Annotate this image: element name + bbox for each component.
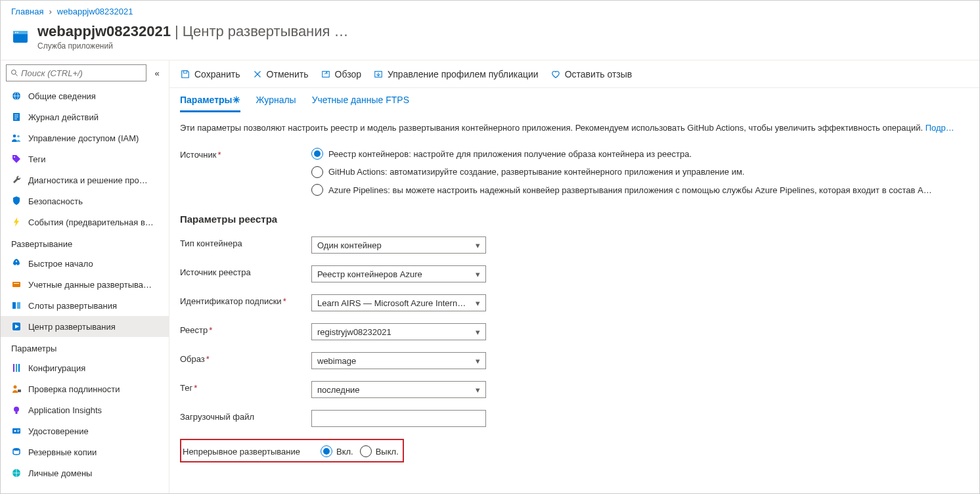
select-value: webimage — [317, 356, 356, 366]
sidebar-item-label: Журнал действий — [28, 112, 99, 122]
sidebar-item-configuration[interactable]: Конфигурация — [1, 357, 169, 378]
toolbar: Сохранить Отменить Обзор Управление проф… — [169, 60, 979, 88]
toolbar-label: Управление профилем публикации — [388, 69, 539, 79]
sidebar-item-label: События (предварительная в… — [28, 217, 154, 227]
cd-off-radio[interactable]: Выкл. — [360, 445, 399, 457]
svg-point-15 — [14, 156, 15, 158]
registry-select[interactable]: registryjw08232021 ▾ — [311, 323, 486, 340]
manage-publish-profile-button[interactable]: Управление профилем публикации — [373, 69, 539, 79]
deploy-center-icon — [11, 321, 22, 332]
breadcrumb-home[interactable]: Главная — [11, 7, 43, 16]
radio-checked-icon — [311, 148, 323, 160]
sidebar-item-label: Безопасность — [28, 196, 83, 206]
sidebar-item-label: Учетные данные развертыва… — [28, 280, 152, 290]
sidebar-item-deploy-slots[interactable]: Слоты развертывания — [1, 295, 169, 316]
more-ellipsis[interactable]: … — [334, 23, 349, 40]
tag-select[interactable]: последние ▾ — [311, 381, 486, 398]
source-option-container-registry[interactable]: Реестр контейнеров: настройте для прилож… — [311, 148, 935, 161]
people-icon — [11, 133, 22, 143]
svg-point-2 — [15, 32, 16, 34]
sidebar-item-security[interactable]: Безопасность — [1, 191, 169, 212]
svg-rect-29 — [16, 412, 18, 414]
sidebar-item-overview[interactable]: Общие сведения — [1, 85, 169, 106]
sidebar-item-quickstart[interactable]: Быстрое начало — [1, 253, 169, 274]
container-type-label: Тип контейнера — [180, 236, 311, 248]
image-select[interactable]: webimage ▾ — [311, 352, 486, 369]
source-option-azure-pipelines[interactable]: Azure Pipelines: вы можете настроить над… — [311, 184, 935, 197]
select-value: registryjw08232021 — [317, 327, 391, 337]
sidebar-section-deployment: Развертывание — [1, 233, 169, 253]
toolbar-label: Обзор — [335, 69, 361, 79]
sidebar-section-settings: Параметры — [1, 337, 169, 357]
discard-button[interactable]: Отменить — [252, 69, 309, 79]
svg-point-28 — [14, 407, 19, 412]
learn-more-link[interactable]: Подр… — [925, 123, 954, 133]
startup-file-label: Загрузочный файл — [180, 410, 311, 422]
breadcrumb-resource[interactable]: webappjw08232021 — [57, 7, 133, 16]
svg-point-4 — [12, 70, 16, 75]
continuous-deployment-label: Непрерывное развертывание — [183, 447, 314, 457]
sidebar-item-iam[interactable]: Управление доступом (IAM) — [1, 127, 169, 148]
startup-file-input[interactable] — [311, 410, 486, 427]
container-type-select[interactable]: Один контейнер ▾ — [311, 236, 486, 254]
sidebar-item-app-insights[interactable]: Application Insights — [1, 399, 169, 420]
source-option-github-actions[interactable]: GitHub Actions: автоматизируйте создание… — [311, 166, 935, 179]
sidebar: « Общие сведения Журнал действий Управле… — [1, 60, 169, 494]
sidebar-item-deploy-credentials[interactable]: Учетные данные развертыва… — [1, 274, 169, 295]
close-icon — [252, 69, 263, 79]
sidebar-item-tags[interactable]: Теги — [1, 148, 169, 169]
registry-label: Реестр* — [180, 323, 311, 335]
tag-label: Тег* — [180, 381, 311, 393]
sidebar-item-activity-log[interactable]: Журнал действий — [1, 106, 169, 127]
sidebar-item-authentication[interactable]: Проверка подлинности — [1, 378, 169, 399]
bolt-icon — [11, 217, 22, 227]
tab-label: Параметры — [180, 95, 233, 105]
shield-icon — [11, 196, 22, 206]
sidebar-item-label: Быстрое начало — [28, 259, 93, 269]
svg-point-14 — [17, 135, 20, 138]
subscription-select[interactable]: Learn AIRS — Microsoft Azure Intern… ▾ — [311, 294, 486, 311]
globe-icon — [11, 91, 22, 101]
sidebar-item-label: Управление доступом (IAM) — [28, 133, 139, 143]
wrench-icon — [11, 175, 22, 185]
key-icon — [11, 279, 22, 290]
app-service-icon — [11, 28, 30, 46]
chevron-down-icon: ▾ — [476, 240, 480, 250]
sidebar-item-deployment-center[interactable]: Центр развертывания — [1, 316, 169, 337]
select-value: Learn AIRS — Microsoft Azure Intern… — [317, 298, 466, 308]
registry-source-label: Источник реестра — [180, 265, 311, 277]
search-input-wrapper[interactable] — [6, 64, 146, 81]
sidebar-item-label: Диагностика и решение про… — [28, 175, 148, 185]
search-input[interactable] — [21, 68, 142, 78]
sliders-icon — [11, 363, 22, 373]
svg-rect-27 — [18, 390, 21, 392]
rocket-icon — [11, 258, 22, 269]
intro-text: Эти параметры позволяют настроить реестр… — [180, 122, 969, 135]
feedback-button[interactable]: Оставить отзыв — [550, 69, 633, 79]
source-label: Источник* — [180, 148, 311, 160]
tab-logs[interactable]: Журналы — [256, 95, 296, 112]
tab-ftps[interactable]: Учетные данные FTPS — [312, 95, 409, 112]
radio-unchecked-icon — [311, 184, 323, 196]
registry-source-select[interactable]: Реестр контейнеров Azure ▾ — [311, 265, 486, 282]
sidebar-item-identity[interactable]: Удостоверение — [1, 420, 169, 441]
select-value: последние — [317, 385, 360, 395]
sidebar-item-backups[interactable]: Резервные копии — [1, 441, 169, 462]
sidebar-item-label: Слоты развертывания — [28, 301, 117, 311]
browse-button[interactable]: Обзор — [321, 69, 361, 79]
cd-on-radio[interactable]: Вкл. — [321, 445, 353, 457]
svg-rect-18 — [14, 283, 19, 284]
sidebar-item-events[interactable]: События (предварительная в… — [1, 212, 169, 233]
sidebar-item-custom-domains[interactable]: Личные домены — [1, 462, 169, 483]
page-header: webappjw08232021 | Центр развертывания …… — [1, 22, 979, 60]
save-button[interactable]: Сохранить — [180, 69, 240, 79]
radio-unchecked-icon — [311, 166, 323, 178]
svg-point-13 — [13, 135, 16, 138]
lightbulb-icon — [11, 405, 22, 415]
main-content: Сохранить Отменить Обзор Управление проф… — [169, 60, 979, 494]
collapse-sidebar-button[interactable]: « — [150, 68, 164, 78]
radio-label: Azure Pipelines: вы можете настроить над… — [328, 184, 935, 197]
sidebar-item-diagnose[interactable]: Диагностика и решение про… — [1, 169, 169, 191]
profile-icon — [373, 69, 384, 79]
tab-settings[interactable]: Параметры✳ — [180, 95, 240, 112]
